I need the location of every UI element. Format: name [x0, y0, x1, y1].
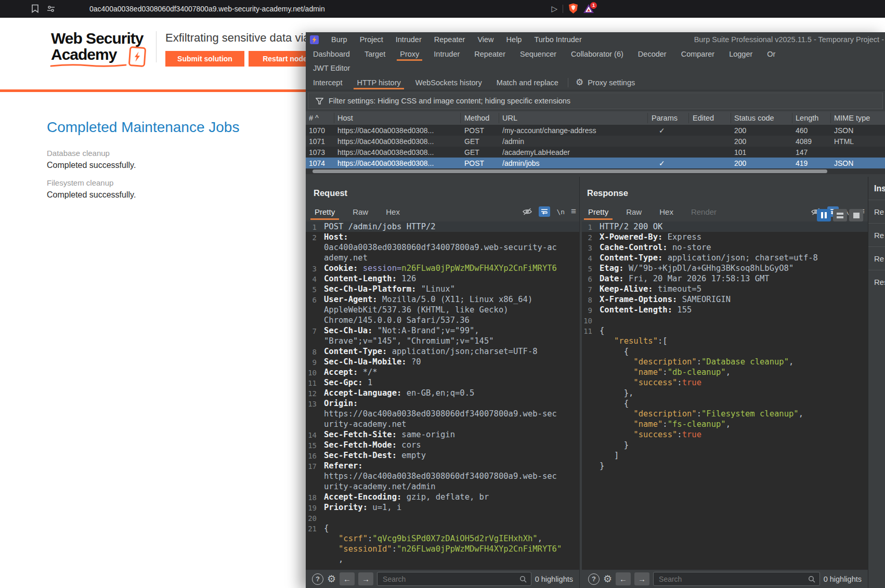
tab-proxy[interactable]: Proxy	[393, 47, 426, 61]
help-icon[interactable]: ?	[312, 573, 323, 585]
column-header-params[interactable]: Params	[652, 111, 678, 125]
gear-icon[interactable]: ⚙	[603, 573, 612, 585]
menu-view[interactable]: View	[477, 35, 493, 44]
editor-tab-hex[interactable]: Hex	[658, 207, 674, 216]
table-row[interactable]: 1074https://0ac400a0038ed0308...POST/adm…	[306, 158, 885, 168]
hide-eye-icon[interactable]	[522, 207, 532, 216]
proxy-settings-button[interactable]: ⚙Proxy settings	[570, 75, 640, 90]
request-editor[interactable]: 1POST /admin/jobs HTTP/22Host:0ac400a003…	[306, 221, 579, 569]
menu-help[interactable]: Help	[506, 35, 522, 44]
column-header-url[interactable]: URL	[502, 111, 517, 125]
burp-suite-window: BurpProjectIntruderRepeaterViewHelpTurbo…	[306, 32, 885, 588]
editor-line: 0ac400a0038ed0308060df34007800a9.web-sec…	[306, 242, 579, 253]
menu-intruder[interactable]: Intruder	[396, 35, 422, 44]
filter-bar[interactable]: Filter settings: Hiding CSS and image co…	[308, 93, 883, 109]
editor-tab-raw[interactable]: Raw	[625, 207, 643, 216]
message-editors: Request PrettyRawHex\n≡ 1POST /admin/job…	[306, 177, 885, 588]
search-box[interactable]	[377, 572, 531, 586]
scrollbar-thumb[interactable]	[313, 169, 827, 173]
table-row[interactable]: 1071https://0ac400a0038ed0308...GET/admi…	[306, 136, 885, 147]
line-content: Content-Type: application/json; charset=…	[592, 253, 818, 263]
line-number	[306, 419, 317, 429]
tab-match-and-replace[interactable]: Match and replace	[489, 75, 566, 90]
column-header-host[interactable]: Host	[337, 111, 353, 125]
line-content: Priority: u=1, i	[317, 502, 401, 513]
url-bar[interactable]: 0ac400a0038ed0308060df34007800a9.web-sec…	[62, 2, 582, 15]
notification-badge: 1	[590, 2, 597, 9]
line-content: {	[592, 398, 629, 409]
editor-line: 1HTTP/2 200 OK	[582, 221, 868, 232]
editor-tab-hex[interactable]: Hex	[385, 207, 401, 216]
next-match-button[interactable]: →	[358, 572, 373, 585]
gear-icon[interactable]: ⚙	[327, 573, 336, 585]
inspector-section[interactable]: Re	[868, 246, 885, 270]
response-editor[interactable]: 1HTTP/2 200 OK2X-Powered-By: Express3Cac…	[582, 221, 868, 569]
next-match-button[interactable]: →	[634, 572, 649, 585]
tab-websockets-history[interactable]: WebSockets history	[408, 75, 489, 90]
help-icon[interactable]: ?	[588, 573, 600, 585]
table-row[interactable]: 1070https://0ac400a0038ed0308...POST/my-…	[306, 125, 885, 136]
menu-turbo-intruder[interactable]: Turbo Intruder	[534, 35, 581, 44]
search-box[interactable]	[653, 572, 820, 586]
tab-repeater[interactable]: Repeater	[467, 47, 513, 61]
editor-tab-pretty[interactable]: Pretty	[587, 207, 609, 216]
tab-or[interactable]: Or	[760, 47, 783, 61]
column-header-status-code[interactable]: Status code	[734, 111, 774, 125]
submit-solution-button[interactable]: Submit solution	[165, 51, 244, 67]
layout-columns-button[interactable]	[817, 209, 831, 221]
search-input[interactable]	[658, 574, 805, 584]
brave-rewards-icon[interactable]: 1	[583, 4, 594, 14]
prev-match-button[interactable]: ←	[340, 572, 355, 585]
layout-single-button[interactable]	[849, 209, 863, 221]
word-wrap-button[interactable]	[539, 206, 550, 217]
line-content: X-Frame-Options: SAMEORIGIN	[592, 294, 731, 305]
bookmark-icon[interactable]	[31, 4, 39, 13]
editor-line: "name":"fs-cleanup",	[582, 419, 868, 429]
show-newlines-icon[interactable]: \n	[556, 208, 565, 216]
tab-comparer[interactable]: Comparer	[674, 47, 722, 61]
menu-burp[interactable]: Burp	[331, 35, 347, 44]
column-header-method[interactable]: Method	[464, 111, 489, 125]
gear-icon: ⚙	[576, 77, 583, 88]
tab-collaborator-6-[interactable]: Collaborator (6)	[564, 47, 631, 61]
line-number	[582, 440, 592, 450]
tab-sequencer[interactable]: Sequencer	[513, 47, 564, 61]
layout-rows-button[interactable]	[833, 209, 847, 221]
tab-decoder[interactable]: Decoder	[631, 47, 674, 61]
tab-jwt-editor[interactable]: JWT Editor	[306, 61, 357, 75]
column-header-length[interactable]: Length	[796, 111, 818, 125]
tab-target[interactable]: Target	[357, 47, 393, 61]
table-row[interactable]: 1073https://0ac400a0038ed0308...GET/acad…	[306, 147, 885, 158]
tab-intruder[interactable]: Intruder	[426, 47, 467, 61]
menu-repeater[interactable]: Repeater	[434, 35, 465, 44]
tab-logger[interactable]: Logger	[722, 47, 760, 61]
editor-menu-icon[interactable]: ≡	[571, 206, 576, 217]
brave-shield-icon[interactable]	[568, 3, 578, 14]
prev-match-button[interactable]: ←	[616, 572, 631, 585]
editor-tab-render[interactable]: Render	[690, 207, 718, 216]
job-item: Filesystem cleanup Completed successfull…	[47, 178, 136, 200]
line-content: "Brave";v="145", "Chromium";v="145"	[317, 336, 494, 346]
line-number	[306, 544, 317, 554]
inspector-section[interactable]: Re	[868, 200, 885, 224]
column-header-edited[interactable]: Edited	[693, 111, 714, 125]
line-number	[306, 533, 317, 544]
line-content: POST /admin/jobs HTTP/2	[317, 221, 436, 232]
cell: POST	[464, 125, 484, 136]
cell: JSON	[834, 125, 853, 136]
site-settings-icon[interactable]	[47, 5, 55, 12]
inspector-section[interactable]: Re	[868, 223, 885, 247]
editor-tab-raw[interactable]: Raw	[352, 207, 369, 216]
column-header--[interactable]: # ^	[309, 111, 319, 125]
column-header-mime-type[interactable]: MIME type	[834, 111, 870, 125]
search-input[interactable]	[382, 574, 516, 584]
editor-tab-pretty[interactable]: Pretty	[314, 207, 336, 216]
tab-http-history[interactable]: HTTP history	[349, 75, 408, 90]
sidebar-icon[interactable]: ▷	[551, 4, 557, 14]
table-horizontal-scrollbar[interactable]	[306, 168, 885, 174]
inspector-section[interactable]: Res	[868, 270, 885, 294]
menu-project[interactable]: Project	[360, 35, 383, 44]
line-content: "description":"Filesystem cleanup",	[592, 409, 803, 419]
tab-intercept[interactable]: Intercept	[306, 75, 349, 90]
tab-dashboard[interactable]: Dashboard	[306, 47, 357, 61]
